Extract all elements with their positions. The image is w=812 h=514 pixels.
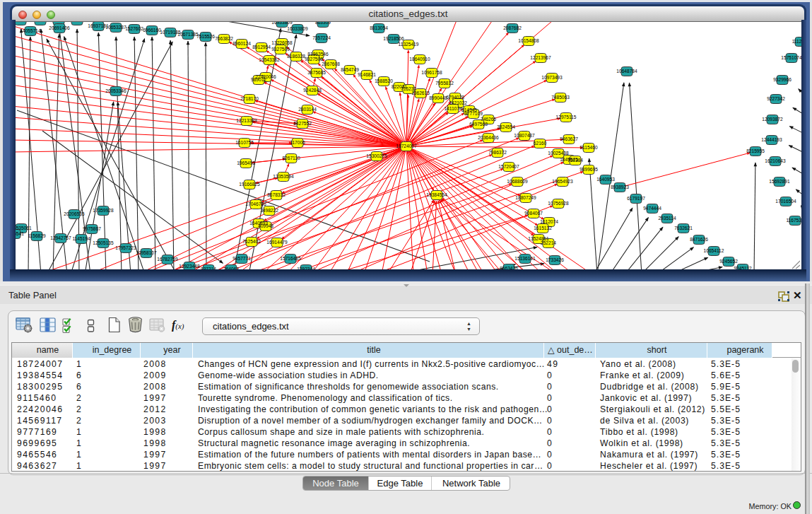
svg-text:15136141: 15136141: [514, 256, 536, 261]
svg-text:7955812: 7955812: [435, 81, 454, 86]
svg-text:8813054: 8813054: [370, 25, 388, 30]
svg-text:7986372: 7986372: [488, 150, 507, 155]
svg-text:18640910: 18640910: [409, 57, 430, 62]
svg-text:9242848: 9242848: [303, 88, 322, 93]
svg-text:13226058: 13226058: [271, 40, 293, 45]
svg-text:10654112: 10654112: [704, 248, 724, 253]
svg-text:16033809: 16033809: [287, 26, 308, 31]
svg-text:19654923: 19654923: [552, 179, 573, 184]
svg-text:10961758: 10961758: [421, 70, 442, 75]
svg-text:7485063: 7485063: [551, 95, 570, 100]
svg-text:1421022: 1421022: [449, 100, 467, 105]
svg-text:10025438: 10025438: [548, 151, 569, 156]
svg-text:9899695: 9899695: [579, 167, 598, 172]
svg-text:12942757: 12942757: [50, 235, 71, 240]
svg-text:20364436: 20364436: [478, 135, 499, 140]
svg-text:716237: 716237: [401, 86, 416, 91]
svg-text:12505135: 12505135: [93, 240, 114, 245]
svg-text:15692891: 15692891: [769, 179, 790, 184]
svg-text:14055714: 14055714: [20, 28, 41, 33]
svg-text:7357224: 7357224: [312, 35, 331, 40]
svg-text:3824554: 3824554: [497, 124, 515, 129]
svg-text:8471626: 8471626: [690, 237, 708, 242]
svg-text:1965498: 1965498: [237, 160, 255, 165]
svg-text:17016504: 17016504: [775, 199, 796, 204]
svg-text:20053346: 20053346: [105, 88, 126, 93]
svg-text:3875685: 3875685: [307, 70, 326, 75]
svg-text:8912954: 8912954: [252, 45, 271, 49]
svg-text:10648784: 10648784: [616, 69, 637, 74]
svg-text:62160: 62160: [534, 141, 547, 146]
svg-text:17359928: 17359928: [93, 208, 114, 213]
svg-text:9327509: 9327509: [271, 47, 290, 52]
svg-text:19166825: 19166825: [239, 182, 260, 187]
svg-text:1112549: 1112549: [792, 39, 801, 44]
svg-text:9457771: 9457771: [233, 256, 251, 261]
svg-text:18724007: 18724007: [396, 144, 417, 148]
svg-text:1610755: 1610755: [235, 140, 254, 145]
svg-text:15716485: 15716485: [280, 256, 301, 261]
svg-text:863309: 863309: [315, 22, 331, 25]
svg-text:9463627: 9463627: [560, 136, 578, 141]
svg-text:8960124: 8960124: [233, 41, 251, 46]
svg-text:8186328: 8186328: [287, 54, 305, 59]
svg-text:3498222: 3498222: [260, 208, 278, 213]
svg-text:10154808: 10154808: [518, 38, 539, 43]
svg-text:19384554: 19384554: [426, 192, 447, 197]
svg-text:8427552: 8427552: [293, 121, 312, 126]
svg-text:9329966: 9329966: [773, 77, 792, 82]
svg-text:10671385: 10671385: [177, 32, 199, 37]
svg-text:1612074: 1612074: [540, 219, 558, 224]
svg-text:13353594: 13353594: [273, 174, 294, 179]
svg-text:12975115: 12975115: [556, 115, 577, 119]
svg-text:7663822: 7663822: [215, 36, 233, 41]
svg-text:1411074: 1411074: [444, 106, 462, 111]
svg-text:2867608: 2867608: [322, 62, 340, 66]
svg-text:1167533: 1167533: [786, 218, 801, 223]
svg-text:6966160: 6966160: [143, 28, 161, 33]
svg-text:15300275: 15300275: [366, 153, 387, 158]
svg-text:17957223: 17957223: [115, 245, 136, 250]
svg-text:14535061: 14535061: [16, 226, 32, 230]
svg-text:9975867: 9975867: [83, 226, 101, 231]
svg-text:10807487: 10807487: [514, 133, 535, 138]
svg-text:1733426: 1733426: [546, 257, 564, 262]
svg-text:81863546: 81863546: [307, 52, 329, 57]
svg-text:12444193: 12444193: [761, 137, 782, 142]
svg-text:2803144: 2803144: [298, 107, 317, 112]
svg-text:1640953: 1640953: [596, 177, 615, 182]
svg-text:9146821: 9146821: [358, 72, 376, 77]
svg-text:1588520: 1588520: [375, 78, 393, 83]
svg-text:9474444: 9474444: [643, 206, 661, 211]
svg-text:6179197: 6179197: [627, 196, 645, 201]
svg-text:18807249: 18807249: [515, 195, 536, 200]
svg-text:8938923: 8938923: [611, 185, 629, 189]
svg-text:117006: 117006: [290, 140, 305, 145]
svg-text:12093872: 12093872: [762, 117, 783, 122]
svg-text:9777109: 9777109: [464, 111, 483, 116]
svg-text:1615132: 1615132: [534, 226, 552, 230]
svg-text:12213389: 12213389: [236, 118, 257, 123]
svg-text:10543382: 10543382: [259, 57, 280, 62]
svg-text:10653287: 10653287: [105, 25, 126, 30]
svg-text:7632621: 7632621: [674, 226, 693, 230]
svg-text:15720407: 15720407: [498, 164, 519, 169]
svg-text:8678332: 8678332: [267, 192, 286, 197]
svg-text:12213967: 12213967: [530, 55, 551, 60]
svg-text:2935114: 2935114: [658, 216, 676, 221]
svg-text:15751074: 15751074: [781, 55, 801, 60]
svg-text:8267110: 8267110: [282, 156, 300, 160]
svg-text:2718170: 2718170: [240, 96, 259, 101]
svg-text:9084067: 9084067: [524, 211, 543, 216]
svg-text:6497568: 6497568: [469, 122, 488, 127]
svg-text:16933809: 16933809: [271, 22, 293, 25]
svg-text:8454749: 8454749: [341, 67, 359, 72]
svg-text:2087682: 2087682: [503, 25, 522, 30]
svg-text:1145194: 1145194: [72, 236, 90, 241]
svg-text:19218506: 19218506: [383, 36, 404, 41]
svg-text:1156829: 1156829: [28, 233, 46, 238]
svg-text:758384: 758384: [567, 158, 583, 163]
svg-text:12923448: 12923448: [179, 264, 200, 269]
svg-text:10958107: 10958107: [136, 250, 157, 255]
svg-text:1362615: 1362615: [411, 90, 430, 95]
